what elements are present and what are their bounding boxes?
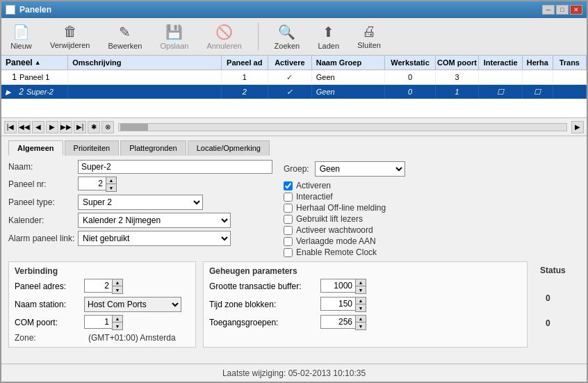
- annuleren-button[interactable]: 🚫 Annuleren: [202, 21, 246, 53]
- verbinding-paneelad-input[interactable]: [84, 279, 112, 293]
- nav-prev-button[interactable]: ◀: [32, 121, 44, 133]
- close-button[interactable]: ✕: [570, 5, 582, 15]
- annuleren-label: Annuleren: [206, 42, 241, 50]
- checkbox-remoteclock-input[interactable]: [284, 248, 293, 257]
- cell-comportoort: 1: [436, 85, 480, 99]
- toolbar: 📄 Nieuw 🗑 Verwijderen ✎ Bewerken 💾 Opsla…: [1, 18, 587, 56]
- nav-star-button[interactable]: ✱: [88, 121, 100, 133]
- separator: [258, 23, 259, 51]
- sluiten-button[interactable]: 🖨 Sluiten: [352, 21, 386, 52]
- naamstation-select[interactable]: Host Com Ports: [84, 297, 181, 312]
- zone-value: (GMT+01:00) Amsterda: [88, 333, 176, 343]
- verwijderen-icon: 🗑: [63, 24, 77, 40]
- maximize-button[interactable]: □: [556, 5, 569, 15]
- bottom-sections: Verbinding Paneel adres: ▲ ▼ Naam statio…: [8, 261, 580, 348]
- bewerken-button[interactable]: ✎ Bewerken: [103, 21, 147, 53]
- grootte-up[interactable]: ▲: [356, 279, 366, 286]
- toegang-up[interactable]: ▲: [356, 316, 366, 323]
- kalender-select[interactable]: Kalender 2 Nijmegen: [78, 213, 231, 228]
- scroll-right-button[interactable]: ▶: [571, 121, 584, 133]
- table-row[interactable]: ▶2 Super-2 2 ✓ Geen 0 1 ☐ ☐: [1, 85, 587, 99]
- minimize-button[interactable]: ─: [542, 5, 555, 15]
- col-header-trans: Trans: [553, 56, 587, 70]
- comportoort-input[interactable]: [84, 315, 112, 329]
- paneeltype-select[interactable]: Super 2: [78, 195, 203, 210]
- paneelnr-input[interactable]: [78, 177, 106, 190]
- nieuw-button[interactable]: 📄 Nieuw: [6, 21, 37, 53]
- toegang-spinner[interactable]: ▲ ▼: [320, 315, 366, 330]
- checkbox-herhaal: Herhaal Off-line melding: [284, 203, 580, 213]
- alarm-select[interactable]: Niet gebruikt: [78, 231, 231, 246]
- sluiten-icon: 🖨: [362, 24, 376, 40]
- naam-input[interactable]: [78, 160, 272, 174]
- checkbox-activeren-input[interactable]: [284, 181, 293, 190]
- tab-prioriteiten[interactable]: Prioriteiten: [65, 140, 120, 156]
- nav-next-next-button[interactable]: ▶▶: [60, 121, 72, 133]
- tijdzone-spinner[interactable]: ▲ ▼: [320, 297, 366, 312]
- verbinding-paneelad-spinner[interactable]: ▲ ▼: [84, 279, 123, 294]
- paneelnr-down[interactable]: ▼: [106, 184, 116, 191]
- nav-first-button[interactable]: |◀: [4, 121, 17, 133]
- cell-naamgroep: Geen: [312, 85, 386, 99]
- nav-next-button[interactable]: ▶: [46, 121, 58, 133]
- tab-plattegronden[interactable]: Plattegronden: [120, 140, 186, 156]
- verbinding-section: Verbinding Paneel adres: ▲ ▼ Naam statio…: [8, 261, 196, 348]
- checkbox-activeren-label: Activeren: [296, 181, 331, 190]
- title-bar: ▦ Panelen ─ □ ✕: [1, 1, 587, 18]
- tijdzone-down[interactable]: ▼: [356, 304, 366, 311]
- checkbox-herhaal-input[interactable]: [284, 204, 293, 213]
- col-header-herha: Herha: [523, 56, 553, 70]
- checkbox-interactief-input[interactable]: [284, 193, 293, 202]
- checkbox-lift-label: Gebruikt lift lezers: [296, 214, 363, 224]
- checkbox-herhaal-label: Herhaal Off-line melding: [296, 203, 386, 213]
- groep-select[interactable]: Geen: [315, 161, 405, 177]
- cell-activere: ✓: [268, 70, 312, 84]
- laden-button[interactable]: ⬆ Laden: [313, 21, 344, 53]
- paneeltype-combo[interactable]: Super 2: [78, 195, 203, 210]
- checkbox-activeren: Activeren: [284, 181, 580, 190]
- nav-prev-prev-button[interactable]: ◀◀: [18, 121, 31, 133]
- checkbox-interactief: Interactief: [284, 192, 580, 202]
- cell-herha: [523, 70, 553, 84]
- comportoort-spinner[interactable]: ▲ ▼: [84, 315, 123, 330]
- alarm-combo[interactable]: Niet gebruikt: [78, 231, 231, 246]
- kalender-combo[interactable]: Kalender 2 Nijmegen: [78, 213, 231, 228]
- paneelnr-label: Paneel nr:: [8, 179, 78, 189]
- tijdzone-input[interactable]: [320, 297, 355, 311]
- paneelnr-spinner[interactable]: ▲ ▼: [78, 177, 117, 192]
- annuleren-icon: 🚫: [215, 24, 233, 40]
- checkbox-wachtwoord-input[interactable]: [284, 226, 293, 235]
- verwijderen-button[interactable]: 🗑 Verwijderen: [45, 21, 95, 52]
- nav-last-button[interactable]: ▶|: [74, 121, 86, 133]
- tab-algemeen[interactable]: Algemeen: [8, 140, 63, 156]
- opslaan-label: Opslaan: [160, 42, 188, 50]
- sluiten-label: Sluiten: [357, 41, 381, 49]
- tijdzone-up[interactable]: ▲: [356, 298, 366, 304]
- horizontal-scrollbar[interactable]: [118, 123, 567, 131]
- nav-x-button[interactable]: ⊗: [101, 121, 114, 133]
- toegang-input[interactable]: [320, 315, 355, 329]
- col-header-paneelad: Paneel ad: [222, 56, 268, 70]
- zoeken-button[interactable]: 🔍 Zoeken: [270, 21, 305, 53]
- grootte-input[interactable]: [320, 279, 355, 293]
- checkbox-verlaagde-input[interactable]: [284, 237, 293, 246]
- verbinding-paneelad-up[interactable]: ▲: [113, 279, 122, 286]
- grootte-down[interactable]: ▼: [356, 286, 366, 293]
- checkbox-lift-input[interactable]: [284, 215, 293, 224]
- cell-paneel: ▶2 Super-2: [1, 85, 68, 99]
- comportoort-up[interactable]: ▲: [113, 316, 122, 323]
- col-header-naamgroep: Naam Groep: [312, 56, 386, 70]
- comportoort-down[interactable]: ▼: [113, 323, 122, 329]
- tab-locatie[interactable]: Locatie/Opmerking: [188, 140, 270, 156]
- naamstation-combo[interactable]: Host Com Ports: [84, 297, 181, 312]
- cell-activere: ✓: [268, 85, 312, 99]
- window-title: Panelen: [19, 5, 51, 15]
- grootte-spinner[interactable]: ▲ ▼: [320, 279, 366, 294]
- verwijderen-label: Verwijderen: [50, 41, 90, 49]
- table-row[interactable]: 1 Paneel 1 1 ✓ Geen 0 3: [1, 70, 587, 85]
- opslaan-button[interactable]: 💾 Opslaan: [155, 21, 193, 53]
- verbinding-paneelad-down[interactable]: ▼: [113, 286, 122, 293]
- toegang-down[interactable]: ▼: [356, 323, 366, 329]
- scrollbar-thumb: [120, 124, 148, 131]
- paneelnr-up[interactable]: ▲: [106, 177, 116, 184]
